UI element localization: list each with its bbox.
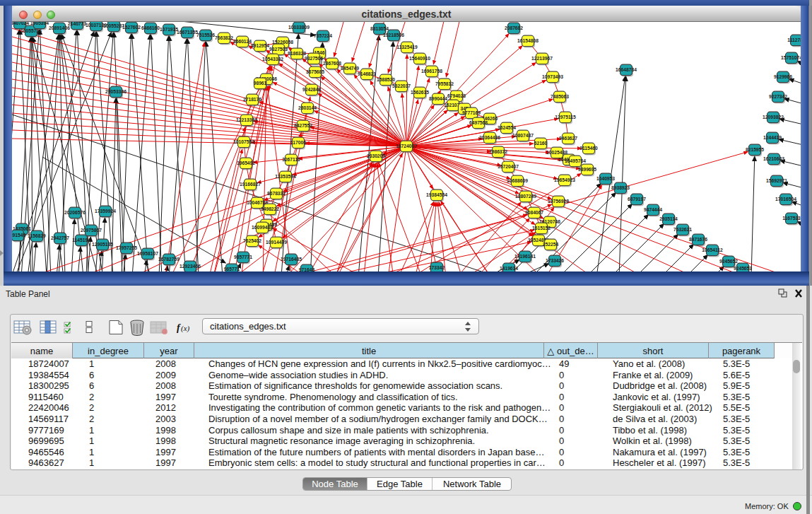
svg-text:9084067: 9084067	[525, 210, 543, 215]
svg-text:9474444: 9474444	[644, 207, 662, 212]
svg-text:9463627: 9463627	[559, 136, 577, 141]
svg-text:9857771: 9857771	[234, 255, 252, 259]
svg-text:3267110: 3267110	[282, 157, 300, 162]
svg-text:7986372: 7986372	[489, 149, 507, 154]
svg-text:6794028: 6794028	[447, 93, 466, 98]
svg-text:15692971: 15692971	[766, 178, 787, 183]
svg-text:10107553: 10107553	[233, 139, 254, 144]
svg-text:8454749: 8454749	[341, 66, 359, 71]
svg-text:16961758: 16961758	[421, 69, 442, 74]
svg-text:1419614: 1419614	[500, 266, 518, 271]
svg-text:7625402: 7625402	[243, 238, 261, 243]
svg-text:9327506: 9327506	[305, 56, 323, 61]
svg-text:10025438: 10025438	[546, 150, 567, 155]
svg-text:6497568: 6497568	[469, 120, 488, 125]
svg-text:8186328: 8186328	[288, 51, 306, 56]
svg-text:19654923: 19654923	[554, 177, 575, 182]
svg-text:16099488: 16099488	[252, 225, 273, 230]
svg-text:1156829: 1156829	[28, 233, 46, 238]
svg-text:7357224: 7357224	[314, 33, 332, 38]
svg-text:20206576: 20206576	[64, 210, 86, 215]
svg-text:1527602: 1527602	[122, 25, 141, 30]
svg-text:20975867: 20975867	[81, 228, 102, 233]
svg-text:10973493: 10973493	[542, 74, 563, 79]
svg-text:10055287: 10055287	[103, 23, 124, 28]
svg-text:19756928: 19756928	[548, 199, 569, 204]
svg-text:1640953: 1640953	[596, 176, 615, 181]
svg-text:9227342: 9227342	[769, 94, 787, 99]
svg-text:10958107: 10958107	[137, 251, 158, 256]
svg-text:2087682: 2087682	[505, 25, 523, 30]
svg-text:1244419: 1244419	[763, 135, 782, 140]
svg-text:3498222: 3498222	[261, 206, 279, 211]
svg-text:2718176: 2718176	[243, 97, 261, 102]
svg-text:8938923: 8938923	[611, 185, 630, 190]
svg-text:9245653: 9245653	[734, 266, 752, 271]
svg-text:19218506: 19218506	[383, 33, 404, 37]
svg-text:8471676: 8471676	[689, 237, 707, 242]
svg-text:5322037: 5322037	[392, 83, 411, 88]
svg-text:12975115: 12975115	[555, 115, 576, 119]
svg-text:20891406: 20891406	[49, 25, 70, 30]
svg-text:1145194: 1145194	[72, 238, 90, 243]
svg-text:11325419: 11325419	[396, 45, 418, 49]
svg-text:7485063: 7485063	[551, 94, 569, 99]
svg-text:10807487: 10807487	[512, 133, 534, 138]
svg-text:1588520: 1588520	[377, 77, 395, 82]
svg-text:9242848: 9242848	[302, 87, 321, 92]
svg-text:19166827: 19166827	[240, 182, 261, 187]
svg-text:10688609: 10688609	[507, 178, 528, 183]
svg-text:6879197: 6879197	[628, 197, 646, 201]
svg-text:14196141: 14196141	[514, 254, 536, 259]
svg-text:62160: 62160	[534, 141, 548, 146]
svg-text:8990444: 8990444	[429, 96, 447, 101]
svg-text:16671355: 16671355	[177, 30, 198, 35]
svg-text:6466160: 6466160	[141, 25, 160, 30]
svg-text:9327503: 9327503	[269, 47, 288, 52]
svg-text:2942757: 2942757	[51, 235, 69, 240]
svg-text:10033809: 10033809	[288, 25, 310, 30]
svg-text:16495764: 16495764	[565, 158, 586, 163]
svg-text:16154808: 16154808	[517, 38, 539, 43]
svg-text:3675685: 3675685	[306, 69, 324, 74]
svg-text:12923466: 12923466	[180, 264, 201, 269]
svg-text:1167533: 1167533	[782, 216, 801, 221]
svg-text:11353594: 11353594	[275, 174, 296, 179]
svg-text:10654112: 10654112	[702, 247, 723, 252]
svg-text:98961: 98961	[254, 81, 267, 86]
svg-text:12093822: 12093822	[763, 115, 784, 119]
svg-text:8813054: 8813054	[370, 26, 389, 31]
svg-text:20364436: 20364436	[479, 135, 500, 140]
svg-text:8407024: 8407024	[12, 22, 29, 25]
svg-text:252254: 252254	[543, 242, 559, 247]
svg-text:1615152: 1615152	[532, 226, 551, 230]
svg-text:7955812: 7955812	[435, 81, 454, 86]
svg-text:8427552: 8427552	[294, 123, 312, 128]
svg-text:8660124: 8660124	[233, 39, 252, 44]
svg-text:16782759: 16782759	[158, 257, 180, 262]
svg-text:117006: 117006	[290, 140, 306, 145]
svg-text:1562615: 1562615	[411, 90, 429, 95]
svg-text:2803144: 2803144	[298, 105, 317, 110]
svg-text:7515526: 7515526	[196, 33, 215, 37]
svg-text:8678332: 8678332	[267, 191, 286, 196]
svg-text:2140773: 2140773	[68, 22, 86, 26]
svg-text:12213967: 12213967	[531, 56, 553, 61]
svg-text:10914479: 10914479	[266, 240, 287, 245]
svg-text:15640910: 15640910	[409, 56, 430, 61]
svg-text:7663822: 7663822	[215, 35, 233, 40]
svg-text:173342: 173342	[429, 265, 445, 270]
svg-text:17016504: 17016504	[775, 197, 796, 201]
svg-text:1112782: 1112782	[787, 37, 801, 42]
svg-text:(x): (x)	[181, 324, 190, 333]
svg-text:971648: 971648	[299, 267, 315, 271]
svg-text:17957255: 17957255	[116, 245, 137, 250]
svg-text:16210643: 16210643	[763, 156, 784, 161]
svg-text:18724007: 18724007	[396, 144, 417, 148]
svg-text:391549: 391549	[12, 233, 25, 238]
svg-text:2935114: 2935114	[659, 216, 678, 221]
svg-text:16648784: 16648784	[616, 67, 637, 72]
svg-text:19716485: 19716485	[281, 257, 302, 262]
svg-text:2867608: 2867608	[323, 61, 341, 66]
svg-text:9129966: 9129966	[774, 74, 792, 79]
